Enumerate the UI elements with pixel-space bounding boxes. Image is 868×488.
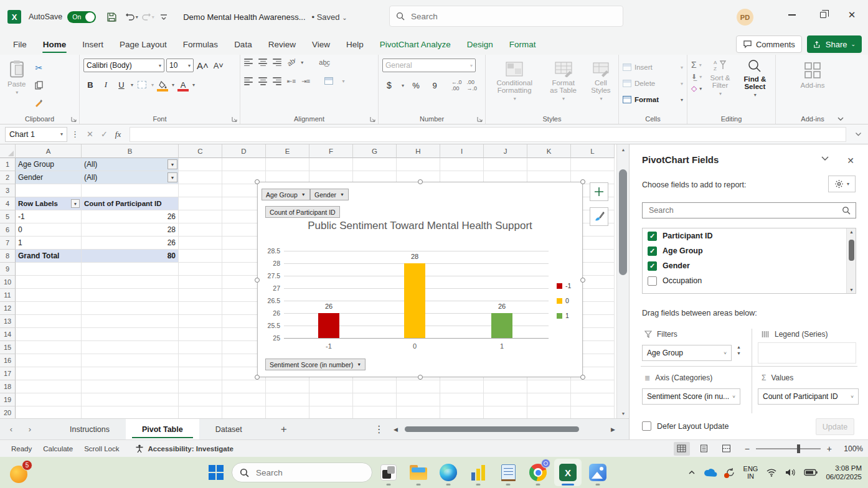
restore-button[interactable] — [809, 0, 837, 30]
defer-checkbox[interactable] — [642, 421, 651, 431]
tray-chevron-icon[interactable] — [688, 470, 696, 475]
axis-field-chip[interactable]: Sentiment Score (in nu...˅ — [642, 388, 740, 405]
column-header-i[interactable]: I — [440, 144, 484, 158]
ribbon-tab-page-layout[interactable]: Page Layout — [111, 34, 175, 55]
cell-b2[interactable]: (All)▼ — [82, 171, 179, 184]
addins-button[interactable]: Add-ins — [780, 60, 846, 90]
chart-bar-1[interactable] — [491, 313, 512, 338]
cell-c6[interactable] — [179, 223, 222, 237]
cell-h19[interactable] — [397, 393, 440, 406]
column-header-l[interactable]: L — [571, 144, 615, 158]
fill-down-icon[interactable]: ⬇̲▾ — [691, 73, 702, 81]
filters-field-chip[interactable]: Age Group˅ — [642, 345, 732, 361]
row-header-7[interactable]: 7 — [0, 237, 16, 250]
taskbar-search-input[interactable] — [255, 467, 354, 478]
widgets-weather-icon[interactable]: 5 — [10, 462, 31, 483]
chart-handle-w[interactable] — [255, 278, 260, 283]
conditional-formatting-button[interactable]: Conditional Formatting▾ — [489, 60, 539, 103]
cell-k20[interactable] — [527, 406, 571, 418]
borders-carat[interactable]: ▾ — [151, 82, 154, 88]
horizontal-scrollbar[interactable] — [403, 426, 608, 433]
hscroll-right-arrow[interactable]: ▶ — [611, 426, 615, 433]
chart-value-field-button[interactable]: Count of Participant ID — [265, 206, 340, 218]
cell-b1[interactable]: (All)▼ — [82, 158, 179, 171]
ribbon-tab-insert[interactable]: Insert — [74, 34, 111, 55]
column-header-c[interactable]: C — [179, 144, 222, 158]
decrease-indent-icon[interactable]: ⇤≡ — [287, 78, 296, 85]
cut-icon[interactable]: ✂ — [32, 61, 45, 75]
cell-a3[interactable] — [16, 184, 82, 197]
decrease-font-icon[interactable]: A˅ — [212, 59, 225, 72]
cell-a10[interactable] — [16, 276, 82, 289]
volume-icon[interactable] — [785, 468, 796, 477]
cell-k19[interactable] — [527, 393, 571, 406]
cell-c20[interactable] — [179, 406, 222, 418]
cell-c3[interactable] — [179, 184, 222, 197]
cell-c15[interactable] — [179, 341, 222, 354]
cell-c9[interactable] — [179, 263, 222, 276]
defer-layout-row[interactable]: Defer Layout Update — [642, 421, 729, 431]
italic-button[interactable]: I — [99, 78, 113, 92]
ribbon-tab-formulas[interactable]: Formulas — [175, 34, 226, 55]
cell-b3[interactable] — [82, 184, 179, 197]
hscroll-left-arrow[interactable]: ◀ — [394, 426, 398, 433]
row-header-3[interactable]: 3 — [0, 184, 16, 197]
ribbon-tab-data[interactable]: Data — [226, 34, 260, 55]
merge-carat[interactable]: ▾ — [342, 78, 344, 84]
filter-dropdown-button[interactable]: ▼ — [167, 172, 177, 182]
ribbon-tab-review[interactable]: Review — [260, 34, 304, 55]
cell-a12[interactable] — [16, 302, 82, 315]
customize-toolbar-icon[interactable] — [156, 9, 172, 25]
cell-a17[interactable] — [16, 367, 82, 380]
share-button[interactable]: Share ⌄ — [807, 35, 862, 53]
enter-icon[interactable]: ✓ — [101, 129, 108, 139]
orientation-carat[interactable]: ▾ — [301, 60, 303, 65]
expand-formula-bar-icon[interactable] — [855, 132, 862, 136]
row-header-15[interactable]: 15 — [0, 341, 16, 354]
cell-f20[interactable] — [309, 406, 353, 418]
cell-a2[interactable]: Gender — [16, 171, 82, 184]
increase-font-icon[interactable]: A˄ — [196, 59, 210, 72]
column-header-f[interactable]: F — [309, 144, 353, 158]
cell-d20[interactable] — [222, 406, 266, 418]
cell-c8[interactable] — [179, 250, 222, 263]
cell-a5[interactable]: -1 — [16, 210, 82, 223]
cell-d18[interactable] — [222, 380, 266, 393]
format-cells-button[interactable]: Format▾ — [623, 93, 683, 106]
field-checkbox[interactable]: ✓ — [648, 232, 657, 241]
accounting-carat[interactable]: ▾ — [402, 83, 404, 88]
vertical-scroll-thumb[interactable] — [619, 169, 627, 275]
cell-b18[interactable] — [82, 380, 179, 393]
save-icon[interactable] — [103, 9, 120, 25]
cell-e20[interactable] — [266, 406, 309, 418]
number-format-combo[interactable]: General▾ — [382, 59, 476, 72]
cell-d19[interactable] — [222, 393, 266, 406]
font-color-icon[interactable]: A — [176, 78, 190, 92]
increase-indent-icon[interactable]: ⇥≡ — [301, 78, 310, 85]
excel-app-icon[interactable]: X — [7, 10, 21, 24]
normal-view-button[interactable] — [674, 442, 690, 456]
chart-filter-gender-button[interactable]: Gender▼ — [310, 189, 349, 200]
copy-icon[interactable] — [32, 78, 45, 92]
legend-item-0[interactable]: 0 — [557, 297, 569, 304]
cell-c1[interactable] — [179, 158, 222, 171]
column-header-h[interactable]: H — [397, 144, 440, 158]
sheet-tab-dataset[interactable]: Dataset — [199, 419, 258, 439]
ribbon-tab-home[interactable]: Home — [35, 34, 75, 55]
row-header-8[interactable]: 8 — [0, 250, 16, 263]
column-header-g[interactable]: G — [353, 144, 397, 158]
cell-j1[interactable] — [484, 158, 527, 171]
pivot-chart[interactable]: Age Group▼ Gender▼ Count of Participant … — [257, 182, 583, 377]
align-center-icon[interactable] — [258, 77, 267, 85]
update-button[interactable]: Update — [816, 418, 854, 435]
legend-area-box[interactable] — [758, 342, 856, 364]
fields-search-box[interactable] — [642, 202, 856, 218]
decrease-decimal-icon[interactable]: .00→.0 — [467, 79, 478, 92]
row-header-20[interactable]: 20 — [0, 406, 16, 418]
clock[interactable]: 3:08 PM06/02/2025 — [826, 464, 862, 481]
cell-c2[interactable] — [179, 171, 222, 184]
cell-e19[interactable] — [266, 393, 309, 406]
cell-g18[interactable] — [353, 380, 397, 393]
field-item-occupation[interactable]: Occupation — [643, 273, 856, 288]
cell-b5[interactable]: 26 — [82, 210, 179, 223]
